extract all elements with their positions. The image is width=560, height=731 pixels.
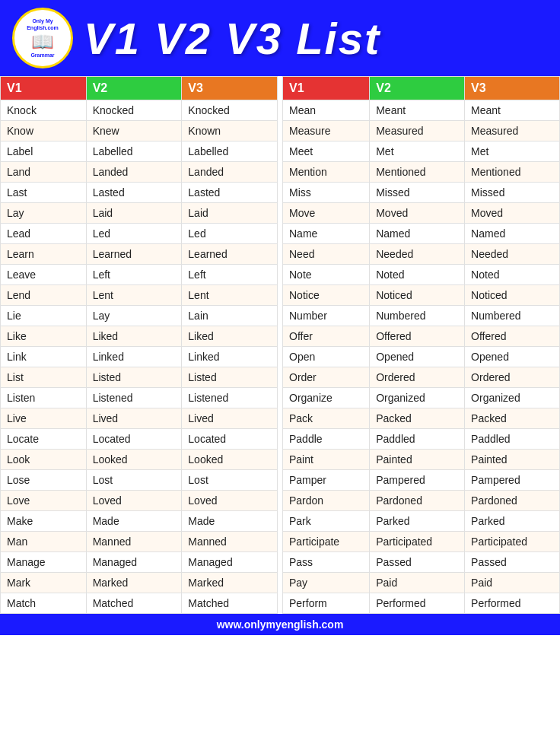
cell-v3: Named [465,224,560,244]
cell-v3: Manned [182,532,278,552]
table-row: NoteNotedNoted [283,265,560,285]
cell-v2: Lent [86,285,182,306]
table-row: LocateLocatedLocated [1,429,278,450]
table-row: NoticeNoticedNoticed [283,285,560,306]
cell-v1: Land [1,162,87,183]
footer-url: www.onlymyenglish.com [217,618,344,631]
cell-v3: Paid [465,573,560,593]
table-row: LeadLedLed [1,224,278,244]
cell-v2: Parked [370,511,465,532]
cell-v2: Listened [86,388,182,408]
cell-v1: Park [283,511,370,532]
cell-v3: Lent [182,285,278,306]
table-row: ManMannedManned [1,532,278,552]
cell-v3: Lived [182,408,278,429]
cell-v3: Labelled [182,141,278,162]
cell-v1: Number [283,306,370,326]
cell-v2: Loved [86,491,182,511]
cell-v2: Pardoned [370,491,465,511]
cell-v3: Passed [465,552,560,573]
cell-v1: Mention [283,162,370,183]
cell-v1: Label [1,141,87,162]
cell-v2: Paid [370,573,465,593]
cell-v3: Managed [182,552,278,573]
cell-v1: Participate [283,532,370,552]
table-row: LearnLearnedLearned [1,244,278,265]
cell-v1: Lay [1,203,87,224]
cell-v2: Located [86,429,182,450]
cell-v2: Missed [370,183,465,203]
cell-v3: Knocked [182,100,278,121]
table-row: LayLaidLaid [1,203,278,224]
table-row: NeedNeededNeeded [283,244,560,265]
cell-v2: Numbered [370,306,465,326]
cell-v2: Led [86,224,182,244]
cell-v3: Laid [182,203,278,224]
cell-v2: Packed [370,408,465,429]
cell-v2: Linked [86,347,182,367]
cell-v2: Noted [370,265,465,285]
cell-v3: Linked [182,347,278,367]
logo-bottom-text: Grammar [30,52,54,58]
cell-v1: Open [283,347,370,367]
table-row: MissMissedMissed [283,183,560,203]
cell-v2: Looked [86,450,182,470]
cell-v1: Organize [283,388,370,408]
cell-v3: Matched [182,593,278,614]
table-row: PaintPaintedPainted [283,450,560,470]
cell-v3: Landed [182,162,278,183]
cell-v2: Lost [86,470,182,491]
left-col-v1: V1 [1,77,87,100]
cell-v3: Lain [182,306,278,326]
page-title: V1 V2 V3 List [84,13,380,64]
left-header-row: V1 V2 V3 [1,77,278,100]
cell-v3: Ordered [465,367,560,388]
cell-v1: Match [1,593,87,614]
cell-v1: Notice [283,285,370,306]
table-row: LoveLovedLoved [1,491,278,511]
cell-v3: Noted [465,265,560,285]
cell-v3: Meant [465,100,560,121]
cell-v3: Noticed [465,285,560,306]
cell-v1: Locate [1,429,87,450]
cell-v3: Needed [465,244,560,265]
cell-v3: Performed [465,593,560,614]
table-row: OrderOrderedOrdered [283,367,560,388]
table-row: PardonPardonedPardoned [283,491,560,511]
cell-v3: Left [182,265,278,285]
cell-v1: Look [1,450,87,470]
cell-v3: Lost [182,470,278,491]
cell-v3: Pampered [465,470,560,491]
table-row: MoveMovedMoved [283,203,560,224]
cell-v1: Paddle [283,429,370,450]
cell-v1: Like [1,326,87,347]
table-row: LoseLostLost [1,470,278,491]
cell-v2: Listed [86,367,182,388]
cell-v2: Performed [370,593,465,614]
table-row: OfferOfferedOffered [283,326,560,347]
tables-container: V1 V2 V3 KnockKnockedKnockedKnowKnewKnow… [0,76,560,614]
cell-v3: Pardoned [465,491,560,511]
cell-v2: Lived [86,408,182,429]
table-row: MatchMatchedMatched [1,593,278,614]
cell-v2: Pampered [370,470,465,491]
header: Only MyEnglish.com 📖 Grammar V1 V2 V3 Li… [0,0,560,76]
cell-v1: Lend [1,285,87,306]
table-row: ListListedListed [1,367,278,388]
cell-v1: Learn [1,244,87,265]
cell-v1: Listen [1,388,87,408]
cell-v2: Measured [370,121,465,141]
table-row: ParkParkedParked [283,511,560,532]
right-verb-table: V1 V2 V3 MeanMeantMeantMeasureMeasuredMe… [282,76,560,614]
cell-v2: Knew [86,121,182,141]
logo-top-text: Only MyEnglish.com [27,18,59,31]
cell-v3: Organized [465,388,560,408]
cell-v2: Needed [370,244,465,265]
table-row: LiveLivedLived [1,408,278,429]
cell-v2: Lay [86,306,182,326]
cell-v3: Looked [182,450,278,470]
cell-v2: Laid [86,203,182,224]
cell-v2: Knocked [86,100,182,121]
table-row: ListenListenedListened [1,388,278,408]
cell-v1: Pass [283,552,370,573]
